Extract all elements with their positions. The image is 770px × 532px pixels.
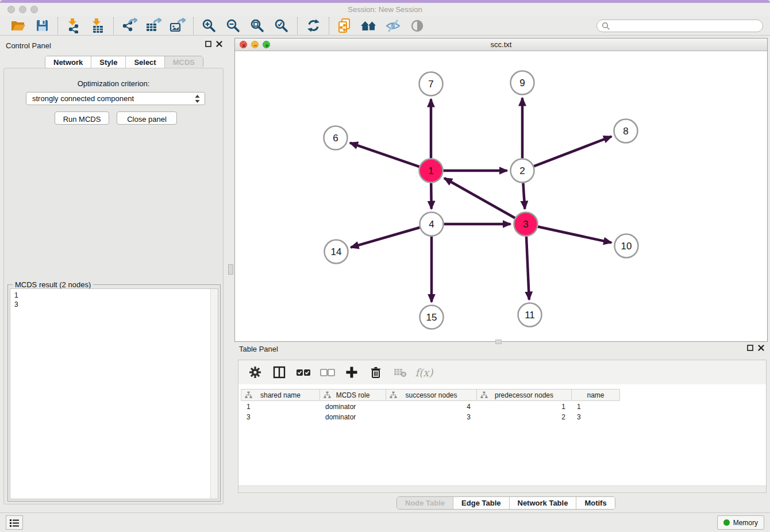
graph-node-6[interactable]: 6 bbox=[324, 126, 348, 150]
network-window-titlebar[interactable]: scc.txt bbox=[235, 38, 767, 51]
zoom-selected-icon bbox=[274, 18, 289, 33]
graph-edge-3-11[interactable] bbox=[526, 236, 529, 299]
network-canvas[interactable]: 1234678910111415 bbox=[235, 51, 767, 341]
node-table: shared name MCDS role successor nodes pr… bbox=[241, 389, 620, 422]
select-all-rows-button[interactable] bbox=[292, 363, 314, 382]
zoom-in-icon bbox=[202, 18, 217, 33]
export-image-button[interactable] bbox=[165, 17, 190, 35]
search-box[interactable] bbox=[596, 20, 763, 32]
search-input[interactable] bbox=[610, 22, 763, 30]
function-icon: f(x) bbox=[415, 367, 433, 379]
export-table-button[interactable] bbox=[141, 17, 165, 35]
toolbar-separator bbox=[297, 17, 298, 34]
svg-text:2: 2 bbox=[519, 165, 525, 176]
result-scrollbar[interactable] bbox=[210, 289, 218, 499]
tab-node-table[interactable]: Node Table bbox=[397, 497, 453, 509]
graph-edge-3-10[interactable] bbox=[538, 227, 611, 243]
graph-node-7[interactable]: 7 bbox=[419, 72, 443, 96]
import-table-icon bbox=[90, 18, 106, 33]
graph-node-9[interactable]: 9 bbox=[511, 71, 534, 95]
hide-selected-button[interactable] bbox=[381, 17, 405, 35]
horizontal-splitter-handle[interactable] bbox=[495, 340, 502, 344]
show-columns-button[interactable] bbox=[268, 363, 290, 382]
close-panel-icon[interactable] bbox=[216, 41, 222, 47]
first-neighbors-button[interactable] bbox=[357, 17, 381, 35]
graph-edge-4-14[interactable] bbox=[351, 228, 419, 248]
delete-table-icon bbox=[394, 368, 407, 377]
close-table-panel-icon[interactable] bbox=[758, 345, 764, 351]
column-header-mcds-role[interactable]: MCDS role bbox=[320, 390, 386, 400]
graph-edge-2-3[interactable] bbox=[523, 183, 525, 209]
memory-button[interactable]: Memory bbox=[717, 515, 764, 530]
float-table-panel-icon[interactable] bbox=[747, 345, 753, 351]
graph-node-11[interactable]: 11 bbox=[518, 303, 542, 327]
cell-name: 1 bbox=[571, 403, 619, 411]
mcds-result-text[interactable]: 1 3 bbox=[10, 288, 218, 499]
graph-node-4[interactable]: 4 bbox=[420, 213, 444, 236]
zoom-out-button[interactable] bbox=[221, 17, 245, 35]
table-panel: f(x) shared name MCDS role successor nod… bbox=[238, 360, 767, 493]
tab-mcds[interactable]: MCDS bbox=[165, 56, 203, 68]
run-mcds-button[interactable]: Run MCDS bbox=[55, 111, 109, 125]
clone-network-icon bbox=[337, 18, 352, 34]
graph-node-10[interactable]: 10 bbox=[615, 234, 638, 258]
zoom-fit-button[interactable] bbox=[245, 17, 270, 35]
deselect-all-rows-button[interactable] bbox=[317, 363, 338, 382]
save-session-button[interactable] bbox=[30, 17, 54, 35]
table-settings-button[interactable] bbox=[244, 363, 266, 382]
import-network-button[interactable] bbox=[61, 17, 86, 35]
table-row[interactable]: 1 dominator 4 1 1 bbox=[241, 402, 620, 411]
graph-node-2[interactable]: 2 bbox=[511, 159, 534, 183]
column-header-name[interactable]: name bbox=[572, 390, 620, 400]
tab-network[interactable]: Network bbox=[45, 56, 91, 68]
table-row[interactable]: 3 dominator 3 2 3 bbox=[241, 413, 620, 422]
column-header-successor-nodes[interactable]: successor nodes bbox=[386, 390, 477, 400]
save-session-icon bbox=[36, 19, 49, 32]
optimization-criterion-select[interactable]: strongly connected component bbox=[26, 92, 205, 105]
graph-node-14[interactable]: 14 bbox=[325, 240, 348, 264]
tab-select[interactable]: Select bbox=[126, 56, 164, 68]
gear-icon bbox=[249, 366, 261, 379]
graph-node-8[interactable]: 8 bbox=[614, 119, 638, 143]
show-log-button[interactable] bbox=[6, 515, 23, 530]
float-panel-icon[interactable] bbox=[205, 41, 211, 47]
delete-column-button[interactable] bbox=[365, 363, 387, 382]
apply-function-button[interactable]: f(x) bbox=[413, 363, 435, 382]
network-view-window: scc.txt 1234678910111415 bbox=[234, 38, 768, 342]
graph-node-15[interactable]: 15 bbox=[420, 306, 444, 329]
svg-text:11: 11 bbox=[525, 310, 535, 321]
panel-splitter[interactable] bbox=[227, 36, 234, 512]
svg-text:4: 4 bbox=[429, 219, 434, 230]
zoom-in-button[interactable] bbox=[197, 17, 221, 35]
delete-table-button[interactable] bbox=[389, 363, 411, 382]
open-session-button[interactable] bbox=[6, 17, 30, 35]
refresh-button[interactable] bbox=[301, 17, 325, 35]
import-network-icon bbox=[66, 18, 82, 33]
show-all-button[interactable] bbox=[405, 17, 429, 35]
tab-style[interactable]: Style bbox=[91, 56, 126, 68]
cell-mcds-role: dominator bbox=[319, 413, 386, 421]
svg-text:14: 14 bbox=[331, 246, 342, 257]
toolbar-separator bbox=[57, 17, 58, 34]
zoom-selected-button[interactable] bbox=[270, 17, 294, 35]
tab-edge-table[interactable]: Edge Table bbox=[453, 497, 509, 509]
tab-network-table[interactable]: Network Table bbox=[510, 497, 577, 509]
export-image-icon bbox=[170, 18, 186, 33]
graph-edge-2-8[interactable] bbox=[534, 136, 611, 166]
add-column-button[interactable] bbox=[341, 363, 363, 382]
table-hscroll-area[interactable] bbox=[238, 485, 766, 492]
close-panel-button[interactable]: Close panel bbox=[117, 111, 177, 125]
graph-edge-1-6[interactable] bbox=[350, 143, 419, 167]
column-header-shared-name[interactable]: shared name bbox=[241, 390, 320, 400]
export-network-button[interactable] bbox=[117, 17, 141, 35]
graph-node-1[interactable]: 1 bbox=[419, 159, 443, 183]
splitter-handle[interactable] bbox=[228, 264, 233, 275]
import-table-button[interactable] bbox=[86, 17, 110, 35]
select-all-icon bbox=[296, 369, 311, 376]
tab-motifs[interactable]: Motifs bbox=[576, 497, 614, 509]
clone-network-button[interactable] bbox=[333, 17, 357, 35]
column-header-predecessor-nodes[interactable]: predecessor nodes bbox=[477, 390, 572, 400]
graph-node-3[interactable]: 3 bbox=[514, 213, 538, 236]
graph-edge-3-1[interactable] bbox=[444, 178, 515, 218]
svg-text:9: 9 bbox=[519, 78, 525, 88]
